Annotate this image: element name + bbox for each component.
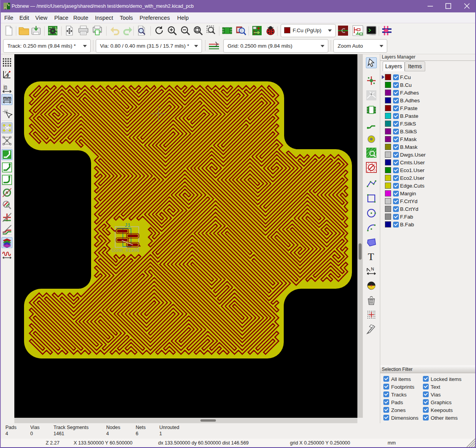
svg-text:θ: θ [7, 74, 9, 78]
svg-text:in: in [3, 84, 7, 90]
svg-text:Conn_01x06: Conn_01x06 [112, 248, 140, 253]
svg-text:J1: J1 [124, 222, 131, 228]
svg-text:T: T [368, 251, 374, 262]
svg-text:mm: mm [3, 95, 11, 101]
svg-text:N: N [371, 267, 374, 271]
